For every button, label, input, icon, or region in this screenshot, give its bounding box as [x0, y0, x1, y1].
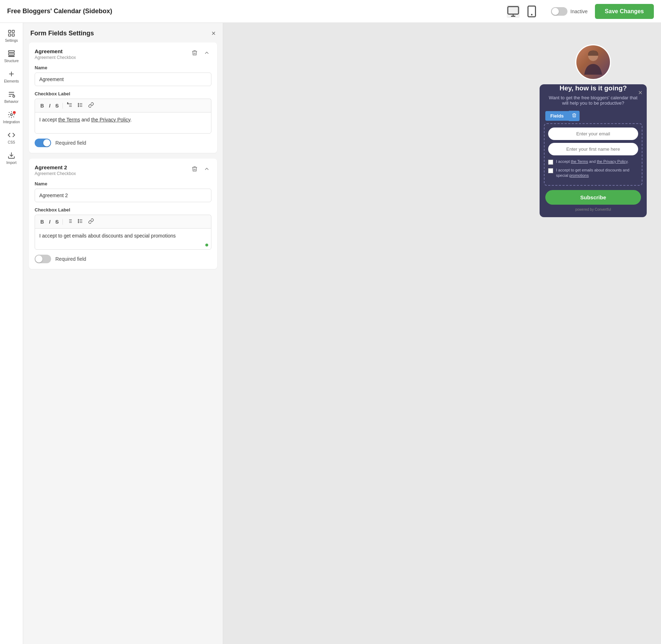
svg-point-34: [78, 221, 79, 221]
popup-container: × Hey, how is it going? Want to get the …: [540, 62, 647, 217]
card2-rich-toolbar: B I S: [35, 215, 211, 228]
popup-email-input[interactable]: [548, 128, 638, 140]
card2-rich-content[interactable]: I accept to get emails about discounts a…: [35, 228, 211, 250]
inactive-label: Inactive: [570, 9, 587, 14]
sidebar-item-css[interactable]: CSS: [0, 128, 23, 148]
card1-label: Agreement: [35, 48, 76, 54]
sidebar-icons: Settings Structure Elements Behavior: [0, 23, 23, 644]
card1-delete-button[interactable]: [190, 48, 199, 59]
card2-italic-btn[interactable]: I: [47, 218, 52, 226]
card1-sublabel: Agreement Checkbox: [35, 55, 76, 60]
panel-title: Form Fields Settings: [30, 30, 94, 37]
card2-header: Agreement 2 Agreement Checkbox: [35, 164, 211, 176]
card2-bold-btn[interactable]: B: [39, 218, 46, 226]
card1-required-label: Required field: [55, 140, 86, 146]
preview-area: × Hey, how is it going? Want to get the …: [223, 23, 661, 644]
card2-delete-button[interactable]: [190, 164, 199, 175]
popup-checkbox-1[interactable]: [548, 160, 553, 165]
sidebar-item-settings-label: Settings: [5, 39, 18, 43]
sidebar-item-import[interactable]: Import: [0, 148, 23, 168]
integration-badge: [13, 111, 16, 114]
svg-rect-7: [9, 34, 11, 36]
topbar-center: Inactive: [507, 5, 595, 18]
panel-close-button[interactable]: ×: [211, 29, 216, 38]
avatar-image: [576, 45, 610, 79]
popup-name-input[interactable]: [548, 143, 638, 155]
card2-ul-btn[interactable]: [76, 217, 85, 226]
fields-tab[interactable]: Fields: [545, 111, 569, 121]
svg-point-26: [78, 106, 79, 107]
card2-collapse-button[interactable]: [202, 164, 211, 175]
popup-avatar-wrap: [540, 44, 647, 80]
svg-rect-5: [9, 30, 11, 33]
card2-name-input[interactable]: [35, 189, 211, 202]
fields-toolbar: Fields: [545, 111, 641, 121]
powered-by: powered by Convertful: [540, 208, 647, 211]
card1-bold-btn[interactable]: B: [39, 102, 46, 110]
card1-ol-btn[interactable]: 1.: [65, 101, 74, 110]
card2-strike-btn[interactable]: S: [54, 218, 60, 226]
card1-link-btn[interactable]: [86, 101, 96, 110]
desktop-device-icon[interactable]: [507, 5, 520, 18]
sidebar-item-behavior[interactable]: Behavior: [0, 87, 23, 107]
sidebar-item-elements-label: Elements: [4, 79, 19, 83]
card1-actions: [190, 48, 211, 59]
card1-collapse-button[interactable]: [202, 48, 211, 59]
fields-delete-button[interactable]: [569, 111, 580, 121]
sidebar-item-integration[interactable]: Integration: [0, 107, 23, 128]
card2-required-label: Required field: [55, 256, 86, 262]
card1-strike-btn[interactable]: S: [54, 102, 60, 110]
card2-link-btn[interactable]: [86, 217, 96, 226]
card2-ol-btn[interactable]: [65, 217, 74, 226]
svg-point-14: [13, 95, 15, 98]
card2-content-text: I accept to get emails about discounts a…: [39, 233, 176, 239]
card1-italic-btn[interactable]: I: [47, 102, 52, 110]
active-toggle[interactable]: [551, 7, 567, 16]
card2-label: Agreement 2: [35, 164, 76, 170]
sidebar-item-css-label: CSS: [8, 140, 15, 144]
card1-name-input[interactable]: [35, 73, 211, 86]
card1-required-toggle[interactable]: [35, 139, 51, 147]
sidebar-item-behavior-label: Behavior: [4, 100, 18, 104]
inactive-toggle-group: Inactive: [551, 7, 587, 16]
svg-rect-8: [12, 34, 14, 36]
subscribe-button[interactable]: Subscribe: [545, 190, 641, 205]
app-title: Free Bloggers' Calendar (Sidebox): [7, 8, 507, 15]
popup-agreement2-row: I accept to get emails about discounts a…: [548, 168, 638, 179]
svg-rect-6: [12, 30, 14, 33]
panel-content: Agreement Agreement Checkbox: [23, 43, 223, 644]
mobile-device-icon[interactable]: [525, 5, 538, 18]
card1-rich-content[interactable]: I accept the Terms and the Privacy Polic…: [35, 112, 211, 134]
popup-close-button[interactable]: ×: [638, 89, 642, 97]
card1-checkbox-label-title: Checkbox Label: [35, 91, 211, 96]
svg-point-33: [78, 219, 79, 220]
popup-title: Hey, how is it going?: [540, 84, 647, 92]
card1-ul-btn[interactable]: [76, 101, 85, 110]
main-layout: Settings Structure Elements Behavior: [0, 23, 661, 644]
svg-rect-11: [9, 56, 15, 56]
card2-checkbox-label-section: Checkbox Label B I S: [35, 207, 211, 250]
popup-description: Want to get the free bloggers' calendar …: [540, 95, 647, 106]
popup-checkbox-2[interactable]: [548, 168, 553, 173]
svg-point-25: [78, 105, 79, 105]
sidebar-item-integration-label: Integration: [3, 120, 20, 124]
card2-required-toggle[interactable]: [35, 255, 51, 263]
agreement-card-1: Agreement Agreement Checkbox: [29, 43, 217, 153]
sidebar-item-settings[interactable]: Settings: [0, 26, 23, 46]
sidebar-item-structure[interactable]: Structure: [0, 46, 23, 66]
sidebar-item-elements[interactable]: Elements: [0, 66, 23, 87]
dashed-fields-container: I accept the Terms and the Privacy Polic…: [544, 123, 642, 186]
panel-header: Form Fields Settings ×: [23, 23, 223, 43]
topbar: Free Bloggers' Calendar (Sidebox) Inacti…: [0, 0, 661, 23]
svg-point-15: [10, 114, 12, 116]
toolbar-sep-1: [62, 103, 63, 109]
svg-rect-9: [9, 51, 15, 53]
form-fields-panel: Form Fields Settings × Agreement Agreeme…: [23, 23, 223, 644]
popup-avatar: [575, 44, 611, 80]
popup-agreement1-row: I accept the Terms and the Privacy Polic…: [548, 159, 638, 165]
save-changes-button[interactable]: Save Changes: [595, 4, 654, 19]
card1-name-label: Name: [35, 65, 211, 70]
toolbar-sep-2: [62, 219, 63, 225]
card1-content-text: I accept the Terms and the Privacy Polic…: [39, 117, 132, 123]
card1-checkbox-label-section: Checkbox Label B I S 1.: [35, 91, 211, 134]
